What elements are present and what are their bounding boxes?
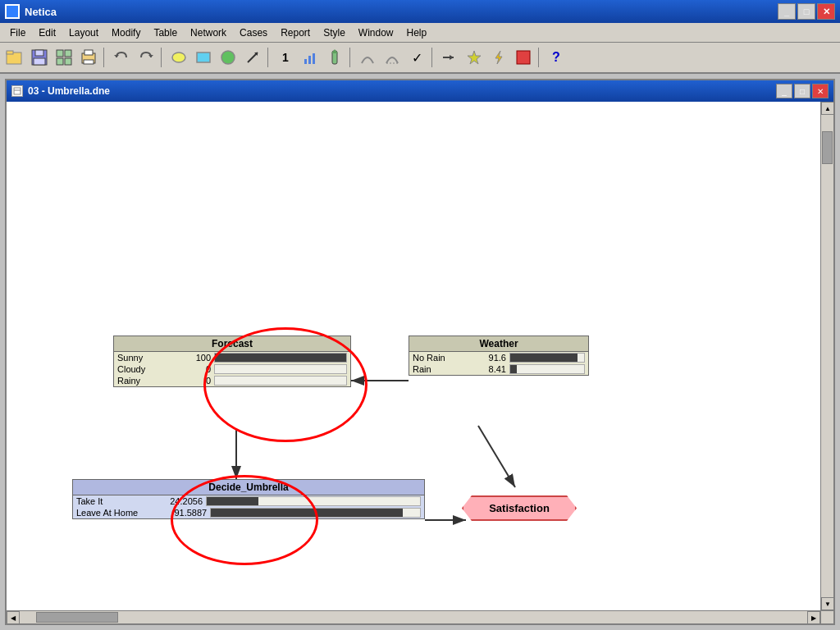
svg-rect-1 (7, 51, 13, 54)
menu-style[interactable]: Style (317, 25, 352, 40)
app-icon (5, 4, 20, 19)
inner-maximize-button[interactable]: □ (794, 84, 810, 98)
toolbar-save[interactable] (28, 46, 51, 69)
menu-file[interactable]: File (3, 25, 32, 40)
svg-rect-3 (35, 50, 43, 56)
svg-rect-10 (84, 50, 93, 55)
svg-marker-13 (148, 55, 153, 57)
svg-rect-21 (313, 53, 315, 64)
inner-title-buttons: _ □ ✕ (776, 84, 829, 98)
toolbar-undo[interactable] (110, 46, 133, 69)
close-button[interactable]: ✕ (817, 3, 835, 20)
toolbar-check[interactable]: ✓ (405, 46, 428, 69)
menu-network[interactable]: Network (184, 25, 233, 40)
scroll-thumb-horizontal[interactable] (36, 612, 118, 623)
menu-modify[interactable]: Modify (105, 25, 147, 40)
decide-takeit-label: Take It (76, 496, 134, 506)
scroll-down-arrow[interactable]: ▼ (821, 597, 833, 610)
toolbar-one[interactable]: 1 (274, 46, 297, 69)
decide-leavehome-value: 91.5887 (141, 508, 207, 518)
svg-marker-26 (450, 55, 454, 60)
forecast-sunny-value: 100 (178, 353, 211, 363)
forecast-rainy-label: Rainy (117, 376, 175, 386)
toolbar-arrow-right[interactable] (438, 46, 461, 69)
menu-layout[interactable]: Layout (62, 25, 105, 40)
menu-table[interactable]: Table (147, 25, 184, 40)
scrollbar-vertical[interactable]: ▲ ▼ (820, 102, 833, 610)
toolbar-grid[interactable] (52, 46, 75, 69)
weather-rain-bar-fill (510, 365, 517, 373)
toolbar-lightning[interactable] (487, 46, 510, 69)
menu-help[interactable]: Help (400, 25, 434, 40)
inner-minimize-button[interactable]: _ (776, 84, 792, 98)
toolbar-sep-1 (103, 48, 107, 67)
toolbar-sep-6 (538, 48, 541, 67)
forecast-rainy-bar (214, 376, 347, 386)
svg-marker-12 (114, 55, 119, 57)
menu-edit[interactable]: Edit (32, 25, 62, 40)
scroll-track-horizontal[interactable] (20, 611, 807, 623)
decide-leavehome-label: Leave At Home (76, 508, 138, 518)
menu-window[interactable]: Window (352, 25, 400, 40)
toolbar-chart[interactable] (299, 46, 322, 69)
toolbar-tool[interactable] (323, 46, 346, 69)
weather-norain-row: No Rain 91.6 (409, 352, 588, 363)
decide-takeit-bar-fill (207, 497, 258, 505)
toolbar-circle[interactable] (217, 46, 240, 69)
toolbar-rect[interactable] (192, 46, 215, 69)
scroll-thumb-vertical[interactable] (822, 131, 833, 164)
minimize-button[interactable]: _ (778, 3, 796, 20)
toolbar-print[interactable] (77, 46, 100, 69)
weather-norain-value: 91.6 (473, 353, 506, 363)
weather-norain-bar (509, 353, 585, 363)
inner-window: 03 - Umbrella.dne _ □ ✕ (5, 79, 835, 625)
scroll-up-arrow[interactable]: ▲ (821, 102, 833, 115)
weather-norain-bar-fill (510, 354, 578, 362)
decide-takeit-value: 24.2056 (137, 496, 203, 506)
toolbar-arc2[interactable] (381, 46, 404, 69)
scroll-left-arrow[interactable]: ◀ (7, 611, 20, 623)
svg-rect-19 (304, 59, 307, 64)
svg-line-37 (478, 426, 515, 487)
toolbar-redo[interactable] (135, 46, 158, 69)
maximize-button[interactable]: □ (797, 3, 815, 20)
toolbar-sep-3 (267, 48, 271, 67)
forecast-node: Forecast Sunny 100 Cloudy 0 Rainy (113, 336, 351, 387)
toolbar-arrow[interactable] (241, 46, 264, 69)
weather-node-header: Weather (409, 336, 588, 352)
toolbar-help[interactable]: ? (545, 46, 568, 69)
toolbar-star[interactable] (463, 46, 486, 69)
toolbar-open[interactable] (3, 46, 26, 69)
toolbar-sep-2 (161, 48, 164, 67)
inner-close-button[interactable]: ✕ (812, 84, 829, 98)
forecast-cloudy-label: Cloudy (117, 364, 175, 374)
forecast-sunny-row: Sunny 100 (114, 352, 350, 363)
app-title: Netica (25, 6, 778, 18)
svg-rect-5 (57, 50, 63, 57)
svg-rect-11 (84, 60, 94, 64)
toolbar-arc1[interactable] (356, 46, 379, 69)
svg-marker-28 (468, 51, 481, 64)
svg-rect-30 (517, 51, 530, 64)
inner-window-title: 03 - Umbrella.dne (28, 85, 776, 97)
svg-rect-15 (197, 52, 210, 62)
svg-rect-4 (34, 58, 45, 65)
toolbar-sep-5 (431, 48, 435, 67)
weather-node: Weather No Rain 91.6 Rain 8.41 (409, 336, 589, 376)
weather-norain-label: No Rain (413, 353, 470, 363)
menu-cases[interactable]: Cases (233, 25, 274, 40)
forecast-sunny-label: Sunny (117, 353, 175, 363)
svg-point-16 (221, 51, 235, 64)
forecast-sunny-bar (214, 353, 347, 363)
toolbar-oval[interactable] (167, 46, 190, 69)
svg-rect-20 (308, 56, 311, 64)
toolbar-red-square[interactable] (512, 46, 535, 69)
scroll-right-arrow[interactable]: ▶ (807, 611, 820, 623)
menu-report[interactable]: Report (274, 25, 317, 40)
scrollbar-horizontal[interactable]: ◀ ▶ (7, 610, 820, 623)
svg-rect-7 (57, 58, 63, 65)
scroll-track-vertical[interactable] (821, 115, 833, 597)
decide-leavehome-bar (210, 508, 421, 518)
forecast-cloudy-bar (214, 364, 347, 374)
decide-leavehome-row: Leave At Home 91.5887 (73, 507, 424, 518)
